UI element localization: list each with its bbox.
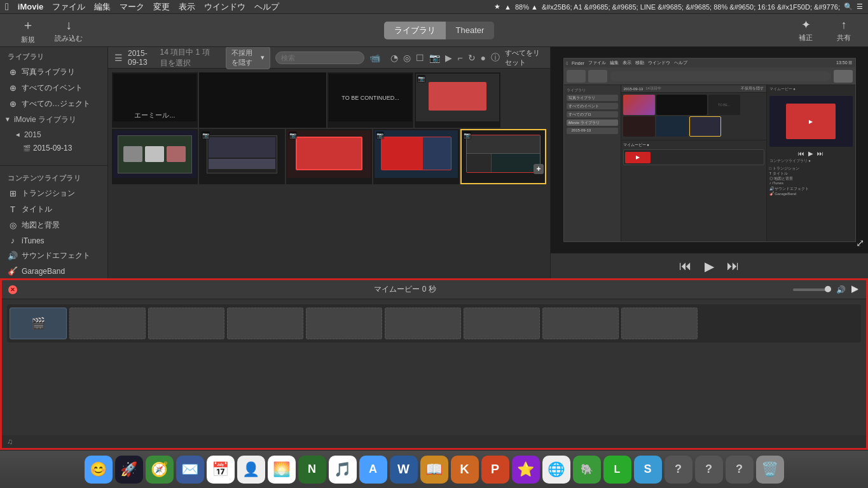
mark-menu[interactable]: マーク (120, 1, 144, 13)
video-clip-placeholder-8 (621, 308, 698, 339)
sidebar-imovie-library[interactable]: ► iMovie ライブラリ (0, 112, 107, 128)
camera-toolbar-icon[interactable]: 📷 (429, 53, 440, 63)
fix-button[interactable]: ✦ 補正 (789, 17, 822, 44)
dock-itunes[interactable]: 🎵 (329, 456, 357, 484)
clip-image-3: TO BE CONTINUED... (329, 74, 412, 121)
dock-line[interactable]: L (603, 456, 631, 484)
sidebar-item-date[interactable]: 🎬 2015-09-13 (10, 142, 107, 154)
sidebar-toggle-icon[interactable]: ☰ (114, 53, 123, 63)
sidebar-item-garageband[interactable]: 🎸 GarageBand (0, 264, 107, 278)
info-icon[interactable]: ⓘ (491, 52, 500, 64)
hide-rejected-btn[interactable]: 不採用を隠す ▾ (226, 47, 271, 69)
palette-icon[interactable]: ◎ (403, 53, 411, 63)
timeline-close-button[interactable]: ✕ (8, 285, 17, 294)
audio-icon[interactable]: ▶ (445, 53, 452, 63)
sidebar-item-sound-effects[interactable]: 🔊 サウンドエフェクト (0, 248, 107, 264)
sidebar-year-2015[interactable]: ▼ 2015 (5, 128, 107, 142)
sidebar-item-all-projects[interactable]: ⊕ すべての…ジェクト (0, 96, 107, 112)
browser-search-input[interactable] (275, 51, 364, 64)
prev-frame-button[interactable]: ⏮ (679, 259, 692, 273)
sidebar-label-2015: 2015 (24, 130, 41, 139)
dock-skype[interactable]: S (634, 456, 662, 484)
spotlight-icon[interactable]: 🔍 (844, 3, 853, 11)
sidebar-label-photos: 写真ライブラリ (22, 67, 75, 78)
all-projects-icon: ⊕ (8, 99, 18, 109)
sidebar-item-transitions[interactable]: ⊞ トランジション (0, 186, 107, 201)
dock-keynote[interactable]: K (451, 456, 479, 484)
dock-books[interactable]: 📖 (420, 456, 448, 484)
clip-thumb-5[interactable] (112, 129, 198, 184)
toolbar-right: ✦ 補正 ↑ 共有 (789, 17, 860, 44)
reset-btn[interactable]: すべてをリセット (505, 48, 544, 67)
clip-thumb-4[interactable]: 📷 (415, 72, 500, 128)
filmstrip-icon[interactable]: 📹 (369, 53, 380, 63)
replay-icon[interactable]: ↻ (468, 53, 476, 63)
theater-tab[interactable]: Theater (446, 22, 495, 39)
waveform-icon[interactable]: ⌐ (457, 53, 462, 63)
dock-mail[interactable]: ✉️ (176, 456, 204, 484)
help-menu[interactable]: ヘルプ (254, 1, 279, 13)
dock-trash[interactable]: 🗑️ (756, 456, 784, 484)
clip-add-button[interactable]: + (534, 164, 544, 174)
dock-chrome[interactable]: 🌐 (542, 456, 570, 484)
clip-thumb-8[interactable]: 📷 (373, 129, 459, 184)
import-button[interactable]: ↓ 読み込む (48, 17, 89, 44)
new-button[interactable]: ＋ 新規 (8, 17, 48, 44)
sidebar-item-itunes[interactable]: ♪ iTunes (0, 233, 107, 248)
next-frame-button[interactable]: ⏭ (727, 259, 740, 273)
share-button[interactable]: ↑ 共有 (827, 17, 860, 44)
dock-photos[interactable]: 🌅 (268, 456, 296, 484)
dock-numbers[interactable]: N (298, 456, 326, 484)
dock-safari[interactable]: 🧭 (146, 456, 174, 484)
content-library-header: コンテンツライブラリ (0, 168, 107, 186)
view-menu[interactable]: 表示 (179, 1, 195, 13)
video-clip-placeholder-3 (227, 308, 303, 339)
color-wheel-icon[interactable]: ◔ (390, 53, 398, 63)
sidebar-item-photos[interactable]: ⊕ 写真ライブラリ (0, 64, 107, 80)
sidebar-item-maps[interactable]: ◎ 地図と背景 (0, 217, 107, 233)
dock-help3[interactable]: ? (726, 456, 754, 484)
grid-view-icon[interactable]: ⯈ (851, 285, 860, 295)
play-button[interactable]: ▶ (705, 259, 714, 274)
crop-icon[interactable]: ☐ (416, 53, 424, 63)
clip-thumb-1[interactable]: エーミール... (112, 72, 198, 128)
clip-thumb-9[interactable]: 📷 + (460, 129, 546, 184)
library-theater-toggle: ライブラリ Theater (89, 22, 789, 39)
edit-menu[interactable]: 編集 (94, 1, 111, 13)
clip-thumb-7[interactable]: 📷 (286, 129, 372, 184)
sidebar-item-all-events[interactable]: ⊕ すべてのイベント (0, 80, 107, 96)
volume-slider[interactable] (793, 288, 831, 291)
app-menu[interactable]: iMovie (18, 2, 43, 11)
dock-word[interactable]: W (390, 456, 418, 484)
dock-evernote[interactable]: 🐘 (573, 456, 601, 484)
file-menu[interactable]: ファイル (52, 1, 85, 13)
notification-icon[interactable]: ☰ (857, 3, 863, 11)
clip-image-8: 📷 (375, 130, 458, 178)
browser-date: 2015-09-13 (128, 49, 155, 67)
library-tab[interactable]: ライブラリ (384, 22, 446, 39)
apple-menu[interactable]:  (5, 1, 9, 13)
volume-icon: 🔊 (836, 285, 846, 294)
clip-thumb-3[interactable]: TO BE CONTINUED... (327, 72, 413, 128)
dock-imovie[interactable]: ⭐ (512, 456, 540, 484)
sidebar-label-titles: タイトル (22, 204, 52, 215)
dock-calendar[interactable]: 📅 (207, 456, 235, 484)
dock-appstore[interactable]: A (359, 456, 387, 484)
dock-help1[interactable]: ? (665, 456, 692, 484)
change-menu[interactable]: 変更 (153, 1, 170, 13)
dock-help2[interactable]: ? (695, 456, 723, 484)
dock-contacts[interactable]: 👤 (237, 456, 265, 484)
fullscreen-icon[interactable]: ⤢ (856, 237, 864, 249)
video-clip-placeholder-2 (148, 308, 224, 339)
dock-launchpad[interactable]: 🚀 (115, 456, 143, 484)
sidebar-item-titles[interactable]: T タイトル (0, 201, 107, 217)
clip-thumb-2[interactable] (199, 72, 326, 128)
dock-pages[interactable]: P (481, 456, 509, 484)
video-clip-1[interactable]: 🎬 (10, 308, 67, 339)
music-note-icon: ♫ (7, 437, 13, 446)
dock-finder[interactable]: 😊 (85, 456, 113, 484)
window-menu[interactable]: ウインドウ (204, 1, 245, 13)
fix-label: 補正 (799, 33, 813, 43)
record-icon[interactable]: ● (481, 53, 486, 63)
clip-thumb-6[interactable]: 📷 (199, 129, 285, 184)
